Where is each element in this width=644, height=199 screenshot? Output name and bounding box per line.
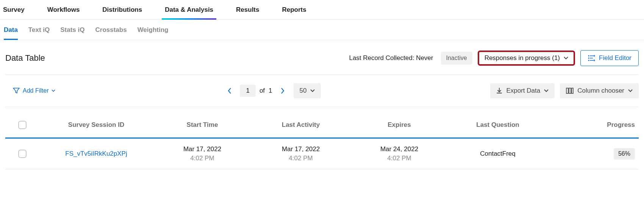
session-id-link[interactable]: FS_vTv5iIRkKu2pXPj xyxy=(39,150,153,158)
svg-rect-3 xyxy=(590,58,593,58)
topnav-item-distributions[interactable]: Distributions xyxy=(102,0,142,19)
page-size-dropdown[interactable]: 50 xyxy=(294,83,321,98)
topnav-item-data-analysis[interactable]: Data & Analysis xyxy=(165,0,213,19)
top-nav: Survey Workflows Distributions Data & An… xyxy=(0,0,644,20)
column-chooser-label: Column chooser xyxy=(577,87,624,95)
column-header-last-activity[interactable]: Last Activity xyxy=(252,121,350,129)
last-record-value: Never xyxy=(416,54,433,62)
data-table: Survey Session ID Start Time Last Activi… xyxy=(5,107,639,169)
subnav-item-text-iq[interactable]: Text iQ xyxy=(28,20,50,40)
responses-label: Responses in progress (1) xyxy=(485,54,560,62)
chevron-down-icon xyxy=(544,88,549,93)
page-current-input[interactable]: 1 xyxy=(240,85,255,97)
topnav-item-reports[interactable]: Reports xyxy=(282,0,306,19)
column-header-session-id[interactable]: Survey Session ID xyxy=(39,121,153,129)
column-header-progress[interactable]: Progress xyxy=(547,121,639,129)
progress-cell: 56% xyxy=(547,148,639,160)
chevron-down-icon xyxy=(52,89,55,93)
sub-nav: Data Text iQ Stats iQ Crosstabs Weightin… xyxy=(0,20,644,40)
start-time-cell: Mar 17, 2022 4:02 PM xyxy=(153,145,252,162)
last-record-label: Last Record Collected: xyxy=(349,54,414,62)
svg-point-0 xyxy=(588,55,589,56)
column-header-last-question[interactable]: Last Question xyxy=(449,121,547,129)
status-badge-inactive: Inactive xyxy=(441,52,472,65)
export-data-dropdown[interactable]: Export Data xyxy=(490,83,555,98)
svg-rect-7 xyxy=(569,88,571,93)
select-all-checkbox[interactable] xyxy=(18,121,27,129)
expires-cell: Mar 24, 2022 4:02 PM xyxy=(350,145,449,162)
topnav-item-survey[interactable]: Survey xyxy=(3,0,25,19)
start-hour: 4:02 PM xyxy=(153,155,252,162)
chevron-down-icon xyxy=(310,88,315,93)
svg-rect-5 xyxy=(590,60,594,61)
download-icon xyxy=(496,88,502,94)
svg-rect-8 xyxy=(572,88,573,93)
last-record-collected: Last Record Collected: Never xyxy=(349,54,433,62)
column-header-start-time[interactable]: Start Time xyxy=(153,121,252,129)
last-question-cell: ContactFreq xyxy=(449,150,547,158)
start-date: Mar 17, 2022 xyxy=(153,145,252,153)
svg-rect-6 xyxy=(566,88,568,93)
topnav-item-results[interactable]: Results xyxy=(236,0,259,19)
export-data-label: Export Data xyxy=(506,87,540,95)
subnav-item-crosstabs[interactable]: Crosstabs xyxy=(95,20,127,40)
page-size-value: 50 xyxy=(300,87,307,95)
table-row: FS_vTv5iIRkKu2pXPj Mar 17, 2022 4:02 PM … xyxy=(5,139,639,169)
add-filter-label: Add Filter xyxy=(23,87,48,94)
responses-in-progress-dropdown[interactable]: Responses in progress (1) xyxy=(478,51,575,66)
topnav-item-workflows[interactable]: Workflows xyxy=(47,0,80,19)
expires-hour: 4:02 PM xyxy=(350,155,449,162)
funnel-icon xyxy=(13,87,20,94)
progress-badge: 56% xyxy=(614,148,635,160)
subnav-item-data[interactable]: Data xyxy=(4,20,18,40)
field-editor-icon xyxy=(588,55,595,62)
row-checkbox[interactable] xyxy=(18,150,27,158)
page-total: 1 xyxy=(269,87,272,95)
svg-point-2 xyxy=(588,57,589,58)
field-editor-button[interactable]: Field Editor xyxy=(580,50,639,66)
field-editor-label: Field Editor xyxy=(599,54,631,62)
svg-point-4 xyxy=(588,60,589,61)
subnav-item-weighting[interactable]: Weighting xyxy=(138,20,169,40)
pager-next-button[interactable] xyxy=(278,85,288,96)
page-title: Data Table xyxy=(5,53,344,63)
toolbar: Add Filter 1 of 1 50 Export Data Column … xyxy=(0,75,644,107)
last-activity-hour: 4:02 PM xyxy=(252,155,350,162)
column-header-expires[interactable]: Expires xyxy=(350,121,449,129)
add-filter-button[interactable]: Add Filter xyxy=(13,87,55,94)
last-activity-cell: Mar 17, 2022 4:02 PM xyxy=(252,145,350,162)
page-of-label: of xyxy=(259,87,265,95)
column-chooser-dropdown[interactable]: Column chooser xyxy=(560,83,639,98)
pager: 1 of 1 xyxy=(225,85,287,97)
pager-prev-button[interactable] xyxy=(225,85,234,96)
chevron-down-icon xyxy=(628,88,633,93)
table-header: Survey Session ID Start Time Last Activi… xyxy=(5,107,639,139)
chevron-down-icon xyxy=(564,56,568,60)
last-activity-date: Mar 17, 2022 xyxy=(252,145,350,153)
pager-display: 1 of 1 xyxy=(240,85,272,97)
expires-date: Mar 24, 2022 xyxy=(350,145,449,153)
header-row: Data Table Last Record Collected: Never … xyxy=(0,40,644,74)
columns-icon xyxy=(566,88,574,94)
svg-rect-1 xyxy=(590,55,594,56)
subnav-item-stats-iq[interactable]: Stats iQ xyxy=(60,20,84,40)
